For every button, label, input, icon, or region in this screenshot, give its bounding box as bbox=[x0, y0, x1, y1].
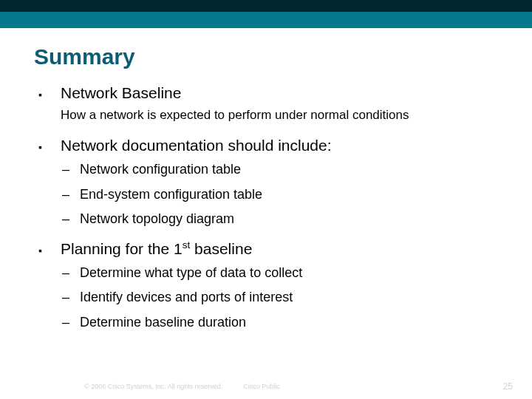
dash-bullet-icon: – bbox=[61, 265, 80, 281]
sub-list-item: – Network topology diagram bbox=[61, 210, 494, 228]
sub-item-text: End-system configuration table bbox=[80, 185, 262, 204]
footer-label: Cisco Public bbox=[243, 383, 280, 390]
square-bullet-icon: ▪ bbox=[38, 88, 61, 103]
sub-item-text: Determine what type of data to collect bbox=[80, 264, 302, 282]
square-bullet-icon: ▪ bbox=[38, 244, 61, 259]
stripe-teal bbox=[0, 12, 532, 28]
sub-item-text: Network topology diagram bbox=[80, 210, 234, 228]
footer-page-number: 25 bbox=[503, 381, 513, 392]
sub-list-item: – Determine baseline duration bbox=[61, 313, 494, 332]
dash-bullet-icon: – bbox=[61, 290, 80, 305]
dash-bullet-icon: – bbox=[61, 187, 80, 202]
footer-copyright: © 2006 Cisco Systems, Inc. All rights re… bbox=[84, 383, 222, 390]
sub-list-item: – Identify devices and ports of interest bbox=[61, 288, 494, 307]
sub-item-text: Network configuration table bbox=[80, 160, 241, 179]
dash-bullet-icon: – bbox=[61, 162, 80, 177]
stripe-dark bbox=[0, 0, 532, 12]
item-text: Network Baseline bbox=[61, 83, 181, 103]
sub-list: – Determine what type of data to collect… bbox=[61, 264, 494, 332]
dash-bullet-icon: – bbox=[61, 211, 80, 227]
item-text: Planning for the 1st baseline bbox=[61, 239, 252, 259]
bullet-list: ▪ Network Baseline How a network is expe… bbox=[38, 83, 494, 332]
dash-bullet-icon: – bbox=[61, 315, 80, 330]
square-bullet-icon: ▪ bbox=[38, 140, 61, 155]
slide-title: Summary bbox=[0, 28, 532, 83]
sub-list: – Network configuration table – End-syst… bbox=[61, 160, 494, 228]
sub-item-text: Identify devices and ports of interest bbox=[80, 288, 293, 307]
list-item: ▪ Network Baseline How a network is expe… bbox=[38, 83, 494, 125]
slide-footer: © 2006 Cisco Systems, Inc. All rights re… bbox=[0, 381, 532, 392]
sub-list-item: – Network configuration table bbox=[61, 160, 494, 179]
item-text: Network documentation should include: bbox=[61, 135, 332, 156]
sub-item-text: Determine baseline duration bbox=[80, 313, 246, 332]
slide-content: ▪ Network Baseline How a network is expe… bbox=[0, 83, 532, 332]
sub-list-item: – End-system configuration table bbox=[61, 185, 494, 204]
item-description: How a network is expected to perform und… bbox=[61, 106, 494, 125]
top-bar bbox=[0, 0, 532, 28]
list-item: ▪ Network documentation should include: … bbox=[38, 135, 494, 228]
list-item: ▪ Planning for the 1st baseline – Determ… bbox=[38, 239, 494, 332]
sub-list-item: – Determine what type of data to collect bbox=[61, 264, 494, 282]
